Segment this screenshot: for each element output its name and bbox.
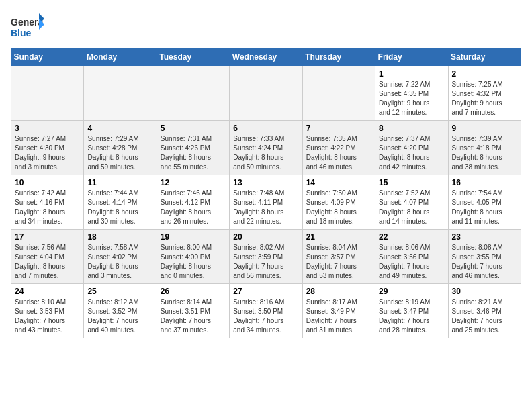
day-info: Sunrise: 7:29 AM Sunset: 4:28 PM Dayligh…: [87, 134, 152, 172]
calendar-header-saturday: Saturday: [448, 48, 521, 66]
day-info: Sunrise: 7:27 AM Sunset: 4:30 PM Dayligh…: [15, 134, 80, 172]
calendar-cell: [11, 66, 84, 121]
day-number: 20: [233, 232, 298, 242]
calendar-cell: [157, 66, 229, 121]
day-number: 1: [379, 69, 444, 79]
calendar-cell: 21Sunrise: 8:04 AM Sunset: 3:57 PM Dayli…: [302, 230, 375, 284]
day-number: 26: [161, 287, 226, 296]
day-info: Sunrise: 8:06 AM Sunset: 3:56 PM Dayligh…: [379, 243, 444, 281]
calendar-cell: 25Sunrise: 8:12 AM Sunset: 3:52 PM Dayli…: [84, 284, 157, 338]
calendar-cell: 16Sunrise: 7:54 AM Sunset: 4:05 PM Dayli…: [448, 175, 521, 230]
day-number: 23: [452, 232, 517, 242]
day-info: Sunrise: 8:16 AM Sunset: 3:50 PM Dayligh…: [233, 298, 298, 335]
calendar-cell: 2Sunrise: 7:25 AM Sunset: 4:32 PM Daylig…: [448, 66, 521, 121]
day-info: Sunrise: 7:35 AM Sunset: 4:22 PM Dayligh…: [306, 134, 371, 172]
day-info: Sunrise: 8:21 AM Sunset: 3:46 PM Dayligh…: [452, 298, 517, 335]
calendar-cell: 23Sunrise: 8:08 AM Sunset: 3:55 PM Dayli…: [448, 230, 521, 284]
day-info: Sunrise: 8:10 AM Sunset: 3:53 PM Dayligh…: [15, 298, 80, 335]
day-number: 19: [161, 232, 226, 242]
day-info: Sunrise: 7:44 AM Sunset: 4:14 PM Dayligh…: [87, 189, 152, 226]
calendar-cell: 1Sunrise: 7:22 AM Sunset: 4:35 PM Daylig…: [375, 66, 448, 121]
day-number: 24: [15, 287, 80, 296]
calendar-cell: 13Sunrise: 7:48 AM Sunset: 4:11 PM Dayli…: [230, 175, 302, 230]
calendar-header-wednesday: Wednesday: [230, 48, 302, 66]
calendar-cell: 10Sunrise: 7:42 AM Sunset: 4:16 PM Dayli…: [11, 175, 84, 230]
day-number: 5: [161, 124, 226, 133]
calendar-header-row: SundayMondayTuesdayWednesdayThursdayFrid…: [11, 48, 521, 66]
day-number: 8: [379, 124, 444, 133]
calendar-header-sunday: Sunday: [11, 48, 84, 66]
day-info: Sunrise: 8:00 AM Sunset: 4:00 PM Dayligh…: [161, 243, 226, 281]
calendar-header-tuesday: Tuesday: [157, 48, 229, 66]
calendar-cell: 9Sunrise: 7:39 AM Sunset: 4:18 PM Daylig…: [448, 121, 521, 175]
day-info: Sunrise: 7:52 AM Sunset: 4:07 PM Dayligh…: [379, 189, 444, 226]
day-info: Sunrise: 7:56 AM Sunset: 4:04 PM Dayligh…: [15, 243, 80, 281]
svg-text:Blue: Blue: [11, 28, 32, 38]
calendar-cell: 5Sunrise: 7:31 AM Sunset: 4:26 PM Daylig…: [157, 121, 229, 175]
calendar-cell: 22Sunrise: 8:06 AM Sunset: 3:56 PM Dayli…: [375, 230, 448, 284]
calendar-cell: 4Sunrise: 7:29 AM Sunset: 4:28 PM Daylig…: [84, 121, 157, 175]
calendar-cell: 20Sunrise: 8:02 AM Sunset: 3:59 PM Dayli…: [230, 230, 302, 284]
day-number: 2: [452, 69, 517, 79]
logo-icon: General Blue: [11, 13, 44, 40]
day-number: 11: [87, 178, 152, 187]
day-info: Sunrise: 7:33 AM Sunset: 4:24 PM Dayligh…: [233, 134, 298, 172]
calendar-cell: 26Sunrise: 8:14 AM Sunset: 3:51 PM Dayli…: [157, 284, 229, 338]
day-number: 13: [233, 178, 298, 187]
calendar-header-monday: Monday: [84, 48, 157, 66]
day-number: 27: [233, 287, 298, 296]
day-number: 22: [379, 232, 444, 242]
calendar-week-row: 3Sunrise: 7:27 AM Sunset: 4:30 PM Daylig…: [11, 121, 521, 175]
day-info: Sunrise: 8:19 AM Sunset: 3:47 PM Dayligh…: [379, 298, 444, 335]
calendar-cell: 19Sunrise: 8:00 AM Sunset: 4:00 PM Dayli…: [157, 230, 229, 284]
day-number: 30: [452, 287, 517, 296]
calendar-cell: 24Sunrise: 8:10 AM Sunset: 3:53 PM Dayli…: [11, 284, 84, 338]
calendar-cell: 27Sunrise: 8:16 AM Sunset: 3:50 PM Dayli…: [230, 284, 302, 338]
calendar-header-thursday: Thursday: [302, 48, 375, 66]
day-number: 16: [452, 178, 517, 187]
day-info: Sunrise: 7:58 AM Sunset: 4:02 PM Dayligh…: [87, 243, 152, 281]
logo: General Blue: [11, 13, 44, 43]
day-number: 18: [87, 232, 152, 242]
day-number: 4: [87, 124, 152, 133]
calendar-header-friday: Friday: [375, 48, 448, 66]
page-header: General Blue: [11, 11, 521, 43]
day-number: 12: [161, 178, 226, 187]
day-info: Sunrise: 7:42 AM Sunset: 4:16 PM Dayligh…: [15, 189, 80, 226]
calendar-cell: 7Sunrise: 7:35 AM Sunset: 4:22 PM Daylig…: [302, 121, 375, 175]
calendar-cell: 30Sunrise: 8:21 AM Sunset: 3:46 PM Dayli…: [448, 284, 521, 338]
day-info: Sunrise: 8:12 AM Sunset: 3:52 PM Dayligh…: [87, 298, 152, 335]
day-info: Sunrise: 8:08 AM Sunset: 3:55 PM Dayligh…: [452, 243, 517, 281]
calendar-week-row: 17Sunrise: 7:56 AM Sunset: 4:04 PM Dayli…: [11, 230, 521, 284]
day-number: 9: [452, 124, 517, 133]
calendar-cell: 28Sunrise: 8:17 AM Sunset: 3:49 PM Dayli…: [302, 284, 375, 338]
day-number: 7: [306, 124, 371, 133]
calendar-table: SundayMondayTuesdayWednesdayThursdayFrid…: [11, 48, 521, 338]
calendar-cell: [84, 66, 157, 121]
calendar-cell: 11Sunrise: 7:44 AM Sunset: 4:14 PM Dayli…: [84, 175, 157, 230]
day-info: Sunrise: 7:54 AM Sunset: 4:05 PM Dayligh…: [452, 189, 517, 226]
day-number: 25: [87, 287, 152, 296]
calendar-cell: 14Sunrise: 7:50 AM Sunset: 4:09 PM Dayli…: [302, 175, 375, 230]
day-info: Sunrise: 8:17 AM Sunset: 3:49 PM Dayligh…: [306, 298, 371, 335]
calendar-cell: 3Sunrise: 7:27 AM Sunset: 4:30 PM Daylig…: [11, 121, 84, 175]
day-number: 3: [15, 124, 80, 133]
day-number: 6: [233, 124, 298, 133]
day-info: Sunrise: 7:50 AM Sunset: 4:09 PM Dayligh…: [306, 189, 371, 226]
day-info: Sunrise: 7:37 AM Sunset: 4:20 PM Dayligh…: [379, 134, 444, 172]
day-number: 15: [379, 178, 444, 187]
calendar-cell: 8Sunrise: 7:37 AM Sunset: 4:20 PM Daylig…: [375, 121, 448, 175]
day-info: Sunrise: 7:46 AM Sunset: 4:12 PM Dayligh…: [161, 189, 226, 226]
calendar-cell: [302, 66, 375, 121]
calendar-cell: 15Sunrise: 7:52 AM Sunset: 4:07 PM Dayli…: [375, 175, 448, 230]
calendar-cell: 6Sunrise: 7:33 AM Sunset: 4:24 PM Daylig…: [230, 121, 302, 175]
day-info: Sunrise: 7:31 AM Sunset: 4:26 PM Dayligh…: [161, 134, 226, 172]
day-info: Sunrise: 7:25 AM Sunset: 4:32 PM Dayligh…: [452, 80, 517, 118]
day-info: Sunrise: 7:39 AM Sunset: 4:18 PM Dayligh…: [452, 134, 517, 172]
day-info: Sunrise: 8:04 AM Sunset: 3:57 PM Dayligh…: [306, 243, 371, 281]
day-number: 17: [15, 232, 80, 242]
day-number: 28: [306, 287, 371, 296]
calendar-cell: 18Sunrise: 7:58 AM Sunset: 4:02 PM Dayli…: [84, 230, 157, 284]
day-info: Sunrise: 8:14 AM Sunset: 3:51 PM Dayligh…: [161, 298, 226, 335]
day-info: Sunrise: 8:02 AM Sunset: 3:59 PM Dayligh…: [233, 243, 298, 281]
